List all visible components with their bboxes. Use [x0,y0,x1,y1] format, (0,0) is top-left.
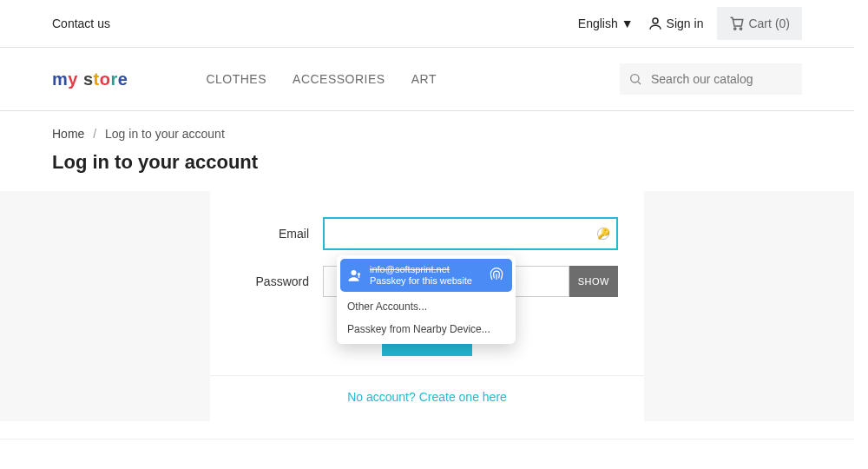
search-wrap [620,63,802,95]
autofill-other-accounts[interactable]: Other Accounts... [340,295,512,318]
language-selector[interactable]: English ▼ [578,17,634,30]
key-icon[interactable]: 🔑 [597,228,609,240]
svg-point-2 [740,28,742,30]
person-icon [648,16,663,31]
show-password-button[interactable]: SHOW [569,266,618,297]
breadcrumb-current: Log in to your account [105,127,225,141]
svg-point-4 [352,270,357,275]
sign-in-link[interactable]: Sign in [648,16,704,31]
passkey-person-icon [347,268,363,283]
language-label: English [578,17,618,30]
cart-label: Cart [748,17,771,30]
search-icon [628,72,642,86]
logo[interactable]: my store [52,69,128,89]
autofill-primary[interactable]: info@softsprint.net Passkey for this web… [340,259,512,292]
password-label: Password [236,274,323,288]
breadcrumb-separator: / [93,127,96,141]
email-row: Email 🔑 info@softsprint.net [236,217,618,250]
cart-count: (0) [775,17,790,30]
login-card: Email 🔑 info@softsprint.net [210,191,644,421]
main-area: Email 🔑 info@softsprint.net [0,191,854,421]
header: my store CLOTHES ACCESSORIES ART [0,48,854,111]
fingerprint-icon [488,267,505,284]
autofill-primary-sub: Passkey for this website [370,275,481,287]
search-input[interactable] [620,63,802,95]
topbar: Contact us English ▼ Sign in Cart [0,0,854,48]
main-nav: CLOTHES ACCESSORIES ART [206,72,437,86]
autofill-primary-email: info@softsprint.net [370,264,481,275]
autofill-nearby-device[interactable]: Passkey from Nearby Device... [340,318,512,340]
svg-point-1 [734,28,736,30]
topbar-right: English ▼ Sign in Cart (0) [578,7,802,40]
contact-link[interactable]: Contact us [52,17,110,30]
svg-rect-6 [358,274,360,278]
breadcrumb-home[interactable]: Home [52,127,84,141]
autofill-popup: info@softsprint.net Passkey for this web… [337,255,516,344]
email-label: Email [236,227,323,241]
newsletter: Get our latest news and special sales SU… [0,439,854,469]
cart-button[interactable]: Cart (0) [717,7,802,40]
chevron-down-icon: ▼ [621,17,634,30]
nav-art[interactable]: ART [411,72,437,86]
svg-point-3 [631,75,639,83]
divider [210,375,644,376]
nav-clothes[interactable]: CLOTHES [206,72,266,86]
sign-in-label: Sign in [667,17,704,30]
cart-icon [729,16,745,31]
breadcrumb: Home / Log in to your account [0,111,854,148]
page-title: Log in to your account [52,151,802,174]
create-account-link[interactable]: No account? Create one here [236,388,618,409]
email-field[interactable] [323,217,618,250]
svg-point-0 [653,18,658,23]
nav-accessories[interactable]: ACCESSORIES [293,72,385,86]
